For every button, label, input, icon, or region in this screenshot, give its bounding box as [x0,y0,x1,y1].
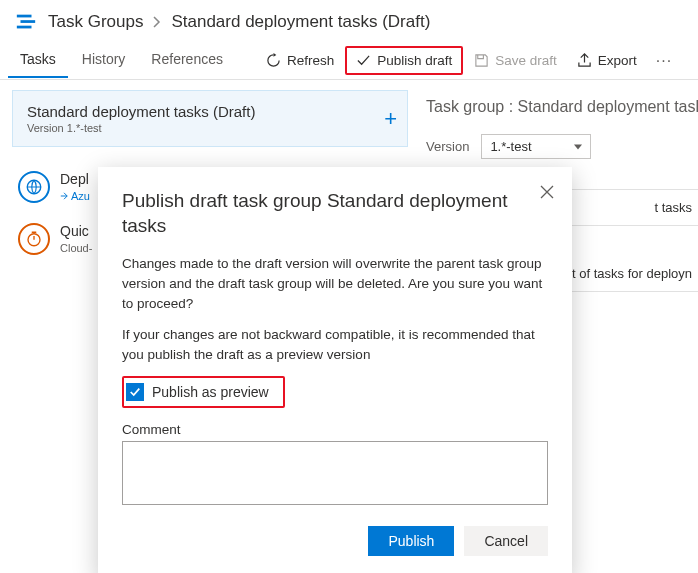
close-icon [540,185,554,199]
comment-textarea[interactable] [122,441,548,505]
dialog-title: Publish draft task group Standard deploy… [122,189,548,238]
modal-overlay: Publish draft task group Standard deploy… [0,0,698,573]
dialog-body: If your changes are not backward compati… [122,325,548,364]
publish-button[interactable]: Publish [368,526,454,556]
publish-preview-checkbox[interactable]: Publish as preview [122,376,285,408]
comment-label: Comment [122,422,548,437]
dialog-body: Changes made to the draft version will o… [122,254,548,313]
checkbox-label: Publish as preview [152,384,269,400]
checkbox-checked-icon [126,383,144,401]
cancel-button[interactable]: Cancel [464,526,548,556]
close-button[interactable] [536,181,558,203]
publish-dialog: Publish draft task group Standard deploy… [98,167,572,573]
